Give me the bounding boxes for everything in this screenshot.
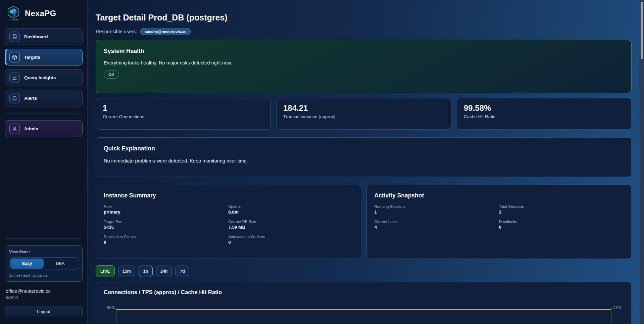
range-button-7d[interactable]: 7d (175, 266, 189, 277)
summary-columns: Instance Summary Role primary Uptime 8.8… (96, 185, 632, 259)
user-block: office@nesterovic.cc admin (5, 288, 83, 300)
sidebar-item-label: Admin (24, 126, 38, 131)
cache-hit-ratio-line (116, 309, 611, 310)
view-mode-option-easy[interactable]: Easy (10, 259, 44, 269)
sidebar-item-dashboard[interactable]: Dashboard (5, 28, 83, 45)
view-mode-toggle: Easy DBA (9, 257, 78, 270)
app-logo-row: NexaPG NexaPG (5, 5, 83, 25)
kv-value: 4 (375, 225, 499, 230)
stat-value: 1 (103, 103, 263, 113)
kv-value: 5435 (104, 225, 228, 230)
kv-value: 1 (375, 210, 499, 215)
main-content: Target Detail Prod_DB (postgres) Respons… (88, 0, 644, 324)
kv-pair: Uptime 8.8m (228, 204, 353, 215)
kv-pair: Deadlocks 0 (499, 220, 624, 230)
kv-pair: Current Locks 4 (375, 220, 499, 230)
kv-label: Role (104, 204, 228, 209)
kv-label: Autovacuum Workers (228, 235, 353, 239)
sidebar-item-label: Alerts (24, 96, 37, 101)
kv-value: 0 (499, 225, 624, 230)
sidebar: NexaPG NexaPG Dashboard (0, 0, 88, 324)
kv-label: Current DB Size (228, 220, 353, 224)
system-health-title: System Health (104, 48, 624, 55)
instance-summary-grid: Role primary Uptime 8.8m Target Port 543… (104, 204, 353, 245)
time-range-row: LIVE 15m 1h 24h 7d (96, 265, 632, 277)
instance-summary-title: Instance Summary (104, 192, 353, 199)
kv-pair: Replication Clients 0 (104, 235, 228, 245)
stat-label: Transactions/sec (approx) (283, 114, 444, 119)
activity-snapshot-card: Activity Snapshot Running Sessions 1 Tot… (366, 185, 632, 259)
system-health-message: Everything looks healthy. No major risks… (104, 60, 624, 65)
scrollbar-thumb[interactable] (641, 2, 643, 59)
kv-label: Running Sessions (375, 204, 499, 209)
kv-value: 2 (499, 210, 624, 215)
database-icon (9, 32, 20, 42)
trend-chart-icon (9, 73, 20, 83)
kv-value: 7.59 MB (228, 225, 353, 230)
status-badge: OK (104, 71, 119, 79)
user-email: office@nesterovic.cc (6, 288, 82, 294)
sidebar-item-label: Dashboard (24, 34, 48, 39)
logout-button[interactable]: Logout (5, 306, 83, 317)
stat-card-tps: 184.21 Transactions/sec (approx) (276, 98, 451, 130)
kv-pair: Total Sessions 2 (499, 204, 624, 215)
kv-value: 8.8m (228, 210, 353, 215)
sidebar-item-query-insights[interactable]: Query Insights (5, 69, 83, 86)
page-title: Target Detail Prod_DB (postgres) (96, 13, 632, 22)
sidebar-nav: Dashboard Targets Query Insights (5, 28, 83, 106)
range-button-24h[interactable]: 24h (156, 266, 172, 277)
kv-label: Uptime (228, 204, 353, 209)
kv-label: Replication Clients (104, 235, 228, 239)
kv-label: Target Port (104, 220, 228, 224)
quick-explanation-card: Quick Explanation No immediate problems … (96, 137, 632, 177)
nexapg-logo-icon: NexaPG (6, 5, 21, 21)
live-button[interactable]: LIVE (96, 265, 115, 277)
kv-pair: Role primary (104, 204, 228, 215)
sidebar-item-alerts[interactable]: Alerts (5, 90, 83, 106)
kv-pair: Autovacuum Workers 0 (228, 235, 353, 245)
app-name: NexaPG (25, 9, 56, 18)
svg-text:NexaPG: NexaPG (9, 18, 18, 21)
stat-value: 184.21 (283, 103, 444, 113)
kv-value: 0 (228, 240, 353, 245)
person-icon (9, 124, 20, 134)
sidebar-item-targets[interactable]: Targets (5, 49, 83, 65)
view-mode-card: View Mode Easy DBA Simple health guidanc… (5, 245, 83, 282)
responsible-users-row: Responsible users: sascha@nesterovic.cc (96, 28, 632, 35)
quick-explanation-body: No immediate problems were detected. Kee… (104, 158, 624, 164)
system-health-card: System Health Everything looks healthy. … (96, 40, 632, 93)
quick-explanation-title: Quick Explanation (104, 145, 624, 152)
bell-icon (9, 93, 20, 103)
user-role: admin (6, 295, 82, 300)
chart-area: 600 100 (104, 308, 624, 324)
view-mode-label: View Mode (9, 249, 78, 254)
range-button-15m[interactable]: 15m (118, 266, 135, 277)
sidebar-item-label: Query Insights (24, 75, 56, 80)
instance-summary-card: Instance Summary Role primary Uptime 8.8… (96, 185, 361, 259)
chart-title: Connections / TPS (approx) / Cache Hit R… (104, 289, 624, 295)
stats-row: 1 Current Connections 184.21 Transaction… (96, 98, 632, 130)
view-mode-hint: Simple health guidance (9, 273, 78, 277)
sidebar-divider (6, 238, 81, 239)
stat-label: Current Connections (103, 114, 263, 119)
kv-label: Current Locks (375, 220, 499, 224)
activity-snapshot-grid: Running Sessions 1 Total Sessions 2 Curr… (375, 204, 624, 230)
vertical-scrollbar[interactable] (640, 0, 644, 324)
y-axis-right-tick: 100 (611, 305, 624, 310)
view-mode-option-dba[interactable]: DBA (44, 259, 77, 269)
activity-snapshot-title: Activity Snapshot (375, 192, 624, 199)
stat-label: Cache Hit Ratio (464, 114, 625, 119)
responsible-users-label: Responsible users: (96, 29, 137, 34)
range-button-1h[interactable]: 1h (139, 266, 153, 277)
kv-pair: Running Sessions 1 (375, 204, 499, 215)
responsible-user-chip: sascha@nesterovic.cc (140, 28, 191, 35)
sidebar-item-label: Targets (24, 55, 40, 60)
kv-pair: Target Port 5435 (104, 220, 228, 230)
cube-icon (9, 52, 20, 62)
kv-pair: Current DB Size 7.59 MB (228, 220, 353, 230)
kv-value: primary (104, 210, 228, 215)
sidebar-item-admin[interactable]: Admin (5, 120, 83, 137)
sidebar-divider (6, 113, 81, 113)
chart-plot (116, 308, 611, 324)
kv-value: 0 (104, 240, 228, 245)
